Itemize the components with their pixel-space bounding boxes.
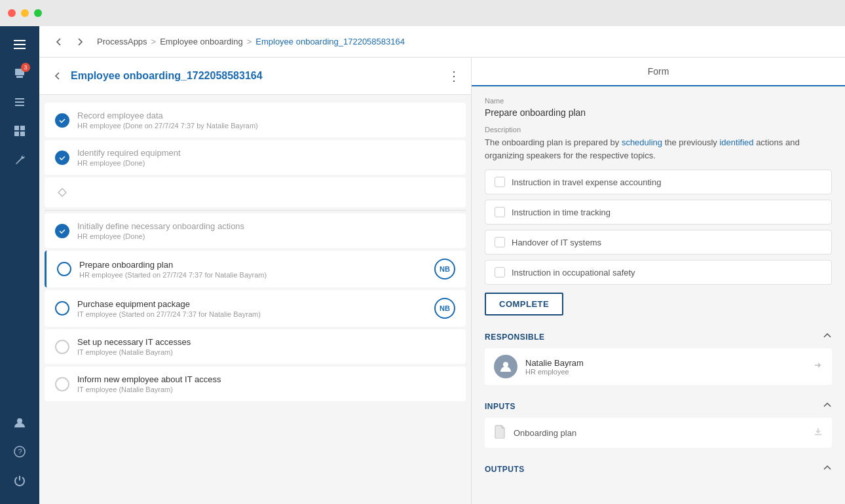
top-nav: ProcessApps > Employee onboarding > Empl… (39, 26, 845, 58)
svg-rect-2 (14, 48, 26, 49)
checkbox-1[interactable] (495, 177, 505, 187)
task-panel-back-button[interactable] (50, 68, 66, 84)
task-check-done (55, 113, 69, 128)
form-header: Form (472, 58, 845, 86)
task-info: Identify required equipment HR employee … (77, 148, 455, 167)
checkbox-group: Instruction in travel expense accounting… (485, 170, 832, 285)
name-value: Prepare onboarding plan (485, 107, 832, 118)
responsible-name: Natalie Bayram (525, 358, 804, 368)
description-label: Description (485, 126, 832, 134)
notification-badge: 3 (21, 63, 30, 72)
inputs-toggle[interactable] (823, 401, 832, 412)
checkbox-item-4[interactable]: Instruction in occupational safety (485, 260, 832, 285)
task-check-done (55, 151, 69, 165)
task-name: Identify required equipment (77, 148, 455, 158)
checkbox-label-4: Instruction in occupational safety (512, 268, 635, 278)
task-sub: HR employee (Done on 27/7/24 7:37 by Nat… (77, 122, 455, 130)
task-name: Set up necessary IT accesses (77, 337, 455, 347)
task-info: Set up necessary IT accesses IT employee… (77, 337, 455, 356)
task-name: Initially define necessary onboarding ac… (77, 221, 455, 231)
input-item: Onboarding plan (485, 418, 832, 448)
task-avatar: NB (434, 259, 455, 279)
close-button[interactable] (8, 9, 16, 17)
task-sub: HR employee (Started on 27/7/24 7:37 for… (79, 271, 426, 279)
sidebar-power-icon[interactable] (7, 467, 33, 494)
task-info: Inform new employee about IT access IT e… (77, 374, 455, 393)
sidebar-wrench-icon[interactable] (7, 147, 33, 173)
breadcrumb-processapps[interactable]: ProcessApps (97, 37, 147, 46)
task-list: Record employee data HR employee (Done o… (39, 95, 471, 504)
svg-rect-10 (14, 132, 19, 136)
svg-rect-11 (20, 132, 25, 136)
checkbox-label-2: Instruction in time tracking (512, 207, 610, 217)
sidebar-menu-icon[interactable] (7, 31, 33, 58)
title-bar (0, 0, 845, 26)
task-info: Purchase equipment package IT employee (… (77, 299, 426, 318)
task-item[interactable] (45, 177, 466, 207)
task-item[interactable]: Inform new employee about IT access IT e… (45, 367, 466, 401)
responsible-section-title: RESPONSIBLE (485, 333, 545, 342)
checkbox-item-3[interactable]: Handover of IT systems (485, 230, 832, 255)
task-name: Prepare onboarding plan (79, 260, 426, 270)
task-name: Record employee data (77, 111, 455, 120)
task-item[interactable]: Record employee data HR employee (Done o… (45, 103, 466, 137)
inputs-section-title: INPUTS (485, 402, 516, 411)
svg-text:?: ? (18, 448, 22, 456)
task-item[interactable]: Set up necessary IT accesses IT employee… (45, 329, 466, 364)
svg-rect-1 (14, 44, 26, 45)
description-text: The onboarding plan is prepared by sched… (485, 136, 832, 162)
responsible-toggle[interactable] (823, 331, 832, 343)
avatar (494, 355, 517, 378)
task-check-pending (55, 301, 69, 315)
download-icon[interactable] (814, 427, 823, 439)
name-field-group: Name Prepare onboarding plan (485, 97, 832, 118)
sidebar-notifications-icon[interactable]: 3 (7, 60, 33, 86)
checkbox-item-2[interactable]: Instruction in time tracking (485, 200, 832, 225)
svg-rect-0 (14, 40, 26, 41)
responsible-role: HR employee (525, 368, 804, 376)
checkbox-label-3: Handover of IT systems (512, 238, 601, 247)
forward-arrow-icon[interactable] (812, 360, 823, 373)
task-item[interactable]: Initially define necessary onboarding ac… (45, 213, 466, 248)
task-avatar: NB (434, 298, 455, 319)
task-panel: Employee onboarding_1722058583164 ⋮ Reco… (39, 58, 472, 504)
task-item[interactable]: Identify required equipment HR employee … (45, 140, 466, 175)
back-nav-button[interactable] (50, 33, 68, 51)
checkbox-item-1[interactable]: Instruction in travel expense accounting (485, 170, 832, 194)
checkbox-4[interactable] (495, 267, 505, 278)
responsible-section-header: RESPONSIBLE (485, 326, 832, 348)
outputs-section: OUTPUTS (485, 458, 832, 480)
inputs-section: INPUTS Onboarding plan (485, 395, 832, 448)
checkbox-2[interactable] (495, 207, 505, 217)
forward-nav-button[interactable] (71, 33, 89, 51)
task-check-diamond (55, 185, 69, 200)
task-panel-menu-button[interactable]: ⋮ (447, 68, 460, 84)
maximize-button[interactable] (34, 9, 42, 17)
form-header-title: Form (648, 66, 669, 77)
name-label: Name (485, 97, 832, 105)
svg-point-15 (503, 362, 508, 367)
outputs-toggle[interactable] (823, 463, 832, 475)
sidebar-grid-icon[interactable] (7, 118, 33, 144)
sidebar-user-icon[interactable] (7, 410, 33, 436)
minimize-button[interactable] (21, 9, 29, 17)
checkbox-label-1: Instruction in travel expense accounting (512, 177, 661, 187)
sidebar-list-icon[interactable] (7, 89, 33, 115)
task-check-pending (55, 340, 69, 354)
task-item-active[interactable]: Prepare onboarding plan HR employee (Sta… (45, 251, 466, 287)
task-info: Initially define necessary onboarding ac… (77, 221, 455, 240)
task-sub: IT employee (Natalie Bayram) (77, 386, 455, 393)
svg-rect-4 (16, 76, 23, 78)
task-separator (45, 210, 466, 211)
task-sub: HR employee (Done) (77, 159, 455, 167)
checkbox-3[interactable] (495, 237, 505, 247)
complete-button[interactable]: COMPLETE (485, 293, 563, 315)
task-check-pending (55, 377, 69, 391)
breadcrumb-employee-onboarding[interactable]: Employee onboarding (160, 37, 242, 46)
svg-rect-5 (15, 98, 24, 99)
task-item[interactable]: Purchase equipment package IT employee (… (45, 290, 466, 327)
svg-rect-8 (14, 126, 19, 130)
outputs-section-header: OUTPUTS (485, 458, 832, 480)
sidebar-help-icon[interactable]: ? (7, 439, 33, 465)
task-sub: HR employee (Done) (77, 232, 455, 240)
